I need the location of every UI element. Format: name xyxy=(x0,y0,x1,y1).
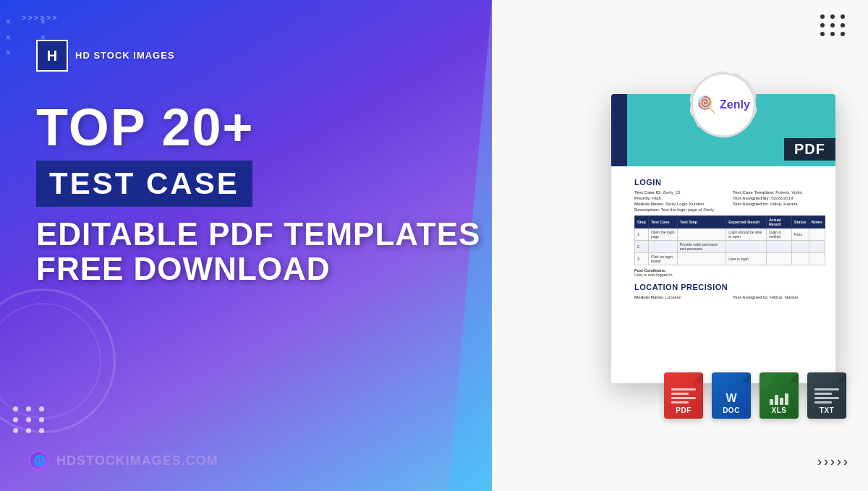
top20-heading: TOP 20+ xyxy=(36,101,480,153)
xls-fold xyxy=(788,372,799,383)
th-notes: Notes xyxy=(809,216,825,229)
zenly-ice-cream-icon: 🍭 xyxy=(697,95,716,114)
xls-bar2 xyxy=(775,395,778,405)
txt-line1 xyxy=(814,388,839,390)
table-row: 2 Provide valid username and password xyxy=(635,241,825,253)
field-2: Test Case Template: Poinen, Vojko xyxy=(733,190,825,195)
doc-fold xyxy=(741,372,751,383)
zenly-app-name: Zenly xyxy=(720,98,750,111)
doc-nav-bar xyxy=(611,94,627,166)
pdf-label: PDF xyxy=(784,138,835,161)
subtitle: EDITABLE PDF TEMPLATES FREE DOWNLOAD xyxy=(36,217,480,287)
website-url: HDSTOCKIMAGES.COM xyxy=(56,453,218,469)
field-5: Module Name: Zenly Login Number xyxy=(634,202,727,206)
field-4: Test Assigned By: 02/22/2019 xyxy=(733,196,825,200)
xls-bars xyxy=(770,392,788,405)
doc-content: LOGIN Test Case ID: Zenly_01 Test Case T… xyxy=(611,166,835,310)
format-icons-row: PDF W DOC XLS TXT xyxy=(664,372,846,419)
pdf-fold xyxy=(693,372,703,383)
test-case-label: TEST CASE xyxy=(49,166,239,200)
test-case-badge: TEST CASE xyxy=(36,161,252,207)
website-area: 🌐 HDSTOCKIMAGES.COM xyxy=(29,451,218,471)
th-step: Step xyxy=(635,216,649,229)
xls-bar3 xyxy=(780,398,783,405)
field-7: Description: Test the login page of Zenl… xyxy=(634,208,727,212)
logo-icon: H xyxy=(36,40,68,72)
pdf-line1 xyxy=(671,388,696,390)
xls-format-icon: XLS xyxy=(760,372,799,419)
txt-fold xyxy=(836,372,846,383)
deco-dots-bl xyxy=(13,406,46,433)
main-content: TOP 20+ TEST CASE EDITABLE PDF TEMPLATES… xyxy=(36,101,480,287)
pdf-line4 xyxy=(671,401,689,404)
deco-dots-tr xyxy=(820,14,846,36)
th-status: Status xyxy=(791,216,809,229)
pdf-lines xyxy=(671,388,696,404)
doc-format-icon: W DOC xyxy=(712,372,751,419)
xls-bar4 xyxy=(785,393,788,405)
field-6: Test Assigned to: Hidop, Haraita xyxy=(733,202,825,206)
txt-line2 xyxy=(814,393,832,395)
doc-label-text: DOC xyxy=(723,406,740,414)
xls-label-text: XLS xyxy=(772,406,787,414)
zenly-badge: 🍭 Zenly xyxy=(691,72,756,137)
section2-title: LOCATION PRECISION xyxy=(634,283,825,291)
post-condition: Post Conditions: User is now logged in xyxy=(634,268,825,277)
section2-fields: Module Name: Location Test Assigned to: … xyxy=(634,295,825,299)
th-teststep: Test Step xyxy=(677,216,726,229)
logo-area: H HD STOCK IMAGES xyxy=(36,40,175,72)
txt-lines xyxy=(814,388,839,404)
table-row: 1 Open the login page Login should be ab… xyxy=(635,229,825,241)
txt-line4 xyxy=(814,401,832,404)
doc-letter-icon: W xyxy=(726,392,736,405)
pdf-format-icon: PDF xyxy=(664,372,703,419)
subtitle-line1: EDITABLE PDF TEMPLATES xyxy=(36,216,480,252)
txt-line3 xyxy=(814,397,839,399)
pdf-line3 xyxy=(671,397,696,399)
th-expected: Expected Result xyxy=(726,216,767,229)
s2-field-2: Test Assigned to: Hildop, Natalie xyxy=(733,295,825,299)
s2-field-1: Module Name: Location xyxy=(634,295,727,299)
field-1: Test Case ID: Zenly_01 xyxy=(634,190,727,195)
subtitle-line2: FREE DOWNLOAD xyxy=(36,251,331,286)
txt-format-icon: TXT xyxy=(807,372,846,419)
pdf-line2 xyxy=(671,393,689,395)
deco-arrows-br: ››››› xyxy=(817,454,850,469)
doc-preview: 🍭 Zenly PDF LOGIN Test Case ID: Zenly_01… xyxy=(611,94,835,383)
doc-container: PDF LOGIN Test Case ID: Zenly_01 Test Ca… xyxy=(611,94,835,383)
txt-label-text: TXT xyxy=(820,406,834,414)
th-testcase: Test Case xyxy=(648,216,677,229)
field-3: Priority: High xyxy=(634,196,727,200)
logo-text: HD STOCK IMAGES xyxy=(75,50,175,62)
table-row: 3 Click on login button User is login xyxy=(635,253,825,265)
pdf-label-text: PDF xyxy=(676,406,692,414)
section1-title: LOGIN xyxy=(634,178,825,187)
deco-arrows-top: >>>>>> xyxy=(22,13,59,22)
xls-bar1 xyxy=(770,399,773,405)
test-table: Step Test Case Test Step Expected Result… xyxy=(634,215,825,265)
doc-fields: Test Case ID: Zenly_01 Test Case Templat… xyxy=(634,190,825,212)
globe-icon: 🌐 xyxy=(29,451,49,471)
logo-letter: H xyxy=(47,48,57,64)
th-actual: Actual Result xyxy=(766,216,791,229)
